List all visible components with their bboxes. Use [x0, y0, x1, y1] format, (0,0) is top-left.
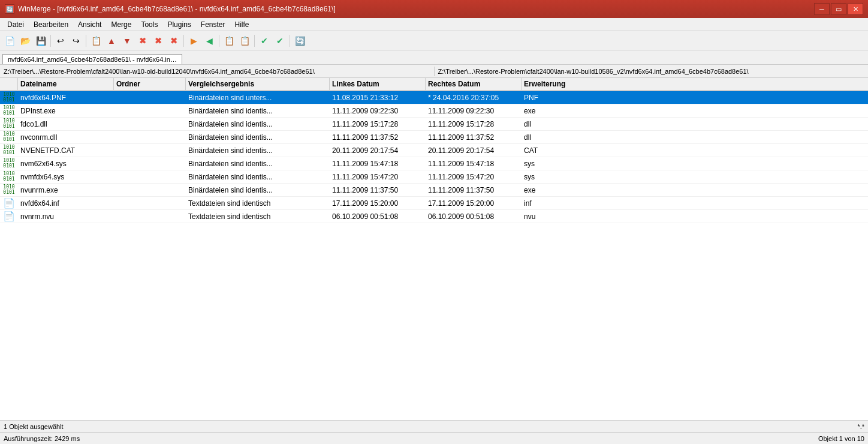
minimize-button[interactable]: ─ [814, 3, 830, 15]
file-compare-result: Binärdateien sind identis... [186, 185, 330, 196]
menu-fenster[interactable]: Fenster [196, 19, 230, 30]
file-type-icon: 📄 [0, 211, 18, 222]
menu-hilfe[interactable]: Hilfe [230, 19, 254, 30]
file-name: nvm62x64.sys [18, 158, 114, 169]
table-row[interactable]: 10100101DPInst.exeBinärdateien sind iden… [0, 104, 868, 118]
file-name: nvnrm.nvu [18, 211, 114, 222]
col-header-name[interactable]: Dateiname [18, 78, 114, 90]
file-right-date: * 24.04.2016 20:37:05 [426, 92, 522, 103]
table-row[interactable]: 10100101nvfd6x64.PNFBinärdateien sind un… [0, 91, 868, 104]
toolbar-check2[interactable]: ✔ [273, 34, 287, 48]
table-row[interactable]: 10100101fdco1.dllBinärdateien sind ident… [0, 118, 868, 131]
file-name: DPInst.exe [18, 106, 114, 116]
toolbar-list[interactable]: 📋 [222, 34, 236, 48]
main-content: Dateiname Ordner Vergleichsergebnis Link… [0, 78, 868, 420]
path-bar: Z:\Treiber\...\Restore-Problem\cfalt2400… [0, 65, 868, 78]
file-right-date: 11.11.2009 11:37:50 [426, 185, 522, 196]
file-extension: exe [522, 185, 581, 196]
toolbar-undo[interactable]: ↩ [53, 34, 68, 48]
table-row[interactable]: 10100101NVENETFD.CATBinärdateien sind id… [0, 144, 868, 157]
toolbar-compare-down[interactable]: ▼ [120, 34, 134, 48]
file-compare-result: Binärdateien sind unters... [186, 92, 330, 103]
file-type-icon: 📄 [0, 197, 18, 209]
col-header-ext[interactable]: Erweiterung [522, 78, 581, 90]
toolbar-compare-up[interactable]: ▲ [104, 34, 119, 48]
col-header-ldate[interactable]: Linkes Datum [330, 78, 426, 90]
menu-merge[interactable]: Merge [106, 19, 136, 30]
toolbar-arrow-left[interactable]: ◀ [202, 34, 216, 48]
menu-tools[interactable]: Tools [136, 19, 162, 30]
toolbar-list2[interactable]: 📋 [237, 34, 252, 48]
status-bar-2: Ausführungszeit: 2429 ms Objekt 1 von 10 [0, 432, 868, 444]
file-name: nvfd6x64.PNF [18, 92, 114, 103]
toolbar-sep-2 [86, 35, 86, 47]
table-row[interactable]: 10100101nvunrm.exeBinärdateien sind iden… [0, 184, 868, 197]
menu-datei[interactable]: Datei [2, 19, 29, 30]
left-path: Z:\Treiber\...\Restore-Problem\cfalt2400… [0, 67, 435, 76]
toolbar-btn-red3[interactable]: ✖ [167, 34, 181, 48]
close-button[interactable]: ✕ [848, 3, 863, 15]
file-type-icon: 10100101 [0, 106, 18, 116]
maximize-button[interactable]: ▭ [831, 3, 846, 15]
file-folder [114, 176, 186, 178]
file-name: nvunrm.exe [18, 185, 114, 196]
toolbar-refresh[interactable]: 🔄 [293, 34, 307, 48]
menu-ansicht[interactable]: Ansicht [73, 19, 106, 30]
toolbar-sep-5 [254, 35, 255, 47]
col-header-compare[interactable]: Vergleichsergebnis [186, 78, 330, 90]
file-name: fdco1.dll [18, 119, 114, 130]
file-compare-result: Binärdateien sind identis... [186, 119, 330, 130]
col-header-rdate[interactable]: Rechtes Datum [426, 78, 522, 90]
file-right-date: 11.11.2009 15:47:18 [426, 158, 522, 169]
file-compare-result: Binärdateien sind identis... [186, 172, 330, 182]
status-count: Objekt 1 von 10 [818, 435, 864, 442]
status-selected: 1 Objekt ausgewählt [4, 423, 64, 430]
file-name: NVENETFD.CAT [18, 145, 114, 156]
status-exec-time: Ausführungszeit: 2429 ms [4, 435, 80, 442]
file-name: nvfd6x64.inf [18, 198, 114, 209]
file-left-date: 11.11.2009 15:47:20 [330, 172, 426, 182]
file-right-date: 17.11.2009 15:20:00 [426, 198, 522, 209]
toolbar-copy[interactable]: 📋 [89, 34, 103, 48]
file-name: nvmfdx64.sys [18, 172, 114, 182]
toolbar-sep-6 [290, 35, 290, 47]
menu-plugins[interactable]: Plugins [162, 19, 195, 30]
toolbar-open[interactable]: 📂 [18, 34, 32, 48]
column-header: Dateiname Ordner Vergleichsergebnis Link… [0, 78, 868, 91]
menu-bar: Datei Bearbeiten Ansicht Merge Tools Plu… [0, 18, 868, 31]
file-extension: exe [522, 106, 581, 116]
file-folder [114, 136, 186, 139]
col-header-icon [0, 78, 18, 90]
tab-0[interactable]: nvfd6x64.inf_amd64_6cbe4b7c68ad8e61\ - n… [2, 54, 182, 64]
toolbar-check1[interactable]: ✔ [257, 34, 272, 48]
toolbar-new[interactable]: 📄 [2, 34, 17, 48]
file-extension: dll [522, 119, 581, 130]
table-row[interactable]: 10100101nvmfdx64.sysBinärdateien sind id… [0, 170, 868, 184]
file-folder [114, 110, 186, 112]
right-path: Z:\Treiber\...\Restore-Problem\cfalt2400… [435, 67, 869, 76]
file-type-icon: 10100101 [0, 132, 18, 143]
file-right-date: 11.11.2009 11:37:52 [426, 132, 522, 143]
toolbar-arrow-right[interactable]: ▶ [186, 34, 201, 48]
file-compare-result: Binärdateien sind identis... [186, 158, 330, 169]
toolbar-save[interactable]: 💾 [34, 34, 48, 48]
table-row[interactable]: 📄nvnrm.nvuTextdateien sind identisch06.1… [0, 210, 868, 223]
file-folder [114, 202, 186, 205]
menu-bearbeiten[interactable]: Bearbeiten [29, 19, 73, 30]
file-left-date: 06.10.2009 00:51:08 [330, 211, 426, 222]
toolbar-redo[interactable]: ↪ [69, 34, 83, 48]
toolbar-btn-red2[interactable]: ✖ [151, 34, 165, 48]
file-left-date: 17.11.2009 15:20:00 [330, 198, 426, 209]
table-row[interactable]: 10100101nvm62x64.sysBinärdateien sind id… [0, 157, 868, 170]
file-compare-result: Textdateien sind identisch [186, 211, 330, 222]
file-extension: nvu [522, 211, 581, 222]
file-left-date: 11.11.2009 09:22:30 [330, 106, 426, 116]
table-row[interactable]: 10100101nvconrm.dllBinärdateien sind ide… [0, 131, 868, 144]
status-filter: *.* [857, 423, 864, 430]
toolbar-sep-3 [183, 35, 184, 47]
status-bar-1: 1 Objekt ausgewählt *.* [0, 420, 868, 432]
col-header-folder[interactable]: Ordner [114, 78, 186, 90]
toolbar-sep-4 [219, 35, 219, 47]
table-row[interactable]: 📄nvfd6x64.infTextdateien sind identisch1… [0, 197, 868, 210]
toolbar-btn-red1[interactable]: ✖ [135, 34, 150, 48]
